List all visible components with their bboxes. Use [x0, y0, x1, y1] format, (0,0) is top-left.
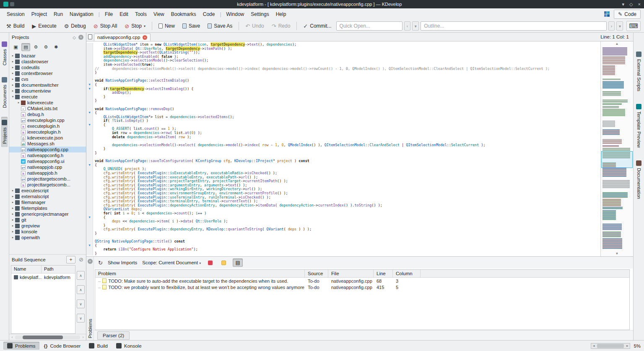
statusbar-problems-button[interactable]: Problems	[3, 342, 39, 350]
expand-arrow[interactable]: ▸	[10, 205, 15, 211]
add-to-build-sequence-button[interactable]: +	[66, 256, 75, 263]
expand-arrow[interactable]: ▸	[10, 229, 15, 235]
move-bottom-button[interactable]: ∨	[77, 314, 85, 323]
menu-navigation[interactable]: Navigation	[66, 10, 97, 19]
fold-marker-icon[interactable]: ▼	[86, 83, 93, 87]
tree-item-nativeappconfig-ui[interactable]: uinativeappconfig.ui	[9, 158, 86, 164]
tab-template-preview[interactable]: Template Preview	[636, 101, 642, 151]
expand-arrow[interactable]: ▸	[10, 76, 15, 82]
minimap[interactable]	[601, 46, 633, 251]
scroll-up-icon[interactable]: ▲	[601, 41, 633, 46]
fold-marker-icon[interactable]: ▼	[86, 216, 93, 220]
new-button[interactable]: New	[156, 21, 178, 31]
menu-window[interactable]: Window	[223, 10, 248, 19]
move-up-button[interactable]: ∧	[77, 285, 85, 294]
gear-icon[interactable]: ⚙	[31, 43, 40, 51]
scrollbar-thumb[interactable]	[597, 344, 624, 348]
code-line[interactable]: }	[86, 99, 600, 103]
expand-arrow[interactable]: ▸	[10, 211, 15, 217]
tab-close-icon[interactable]: ×	[143, 35, 147, 40]
expand-arrow[interactable]: ▸	[10, 235, 15, 240]
expand-arrow[interactable]: ▸	[10, 65, 15, 70]
scrollbar-track[interactable]	[15, 336, 80, 339]
expand-arrow[interactable]: ▸	[10, 199, 15, 205]
tab-documentation[interactable]: Documentation	[636, 157, 642, 202]
close-button[interactable]: ×	[638, 2, 641, 7]
expand-arrow[interactable]: ▸	[10, 59, 15, 65]
code-line[interactable]: for( int i = 0; i < dependencies->count(…	[86, 212, 600, 216]
menu-file[interactable]: File	[101, 10, 116, 19]
expand-arrow[interactable]: ▾	[10, 94, 15, 100]
debug-button[interactable]: ⚙Debug	[61, 21, 89, 31]
tree-item-filetemplates[interactable]: ▸filetemplates	[9, 205, 86, 211]
expand-arrow[interactable]: ▸	[10, 70, 15, 76]
fold-marker-icon[interactable]: ▼	[86, 87, 93, 91]
tree-item-kdevexecute[interactable]: ▸kdevexecute	[9, 100, 86, 106]
code-line[interactable]: delete dependencies->takeItem( row );	[86, 135, 600, 139]
tree-item-kdevexecute-json[interactable]: {}kdevexecute.json	[9, 135, 86, 141]
tree-item-cmakelists-txt[interactable]: ≡CMakeLists.txt	[9, 106, 86, 111]
undo-button[interactable]: ↶Undo	[242, 21, 267, 31]
problem-row[interactable]: –TODO: Make sure to auto-add the executa…	[95, 278, 629, 284]
scope-selector[interactable]: Scope: Current Document▾	[142, 260, 201, 265]
menu-bookmarks[interactable]: Bookmarks	[168, 10, 200, 19]
tree-item-openwith[interactable]: ▸openwith	[9, 235, 86, 240]
tree-item-nativeappconfig-cpp[interactable]: c+nativeappconfig.cpp	[9, 147, 86, 152]
grouping-icon[interactable]: ▤	[233, 258, 243, 267]
tree-item-genericprojectmanager[interactable]: ▸genericprojectmanager	[9, 211, 86, 217]
stop-all-button[interactable]: ⊘Stop All	[91, 21, 120, 31]
tree-item-documentview[interactable]: ▸documentview	[9, 88, 86, 94]
tree-item-externalscript[interactable]: ▸externalscript	[9, 194, 86, 199]
fold-marker-icon[interactable]: ▼	[86, 123, 93, 127]
close-problems-icon[interactable]: ×	[88, 259, 93, 264]
menu-code[interactable]: Code	[200, 10, 218, 19]
code-line[interactable]: cfg.writeEntry( ExecutePlugin::dependenc…	[86, 204, 600, 208]
refresh-icon[interactable]: ↻	[98, 260, 103, 266]
code-line[interactable]: }	[86, 151, 600, 155]
code-line[interactable]: if( !list.isEmpty() )	[86, 119, 600, 123]
severity-filter-icon[interactable]	[206, 258, 214, 267]
hints-filter-icon[interactable]	[219, 258, 228, 267]
column-header-source[interactable]: Source	[305, 270, 328, 277]
menu-tools[interactable]: Tools	[132, 10, 150, 19]
tree-item-cvs[interactable]: ▸cvs	[9, 76, 86, 82]
tree-item-filemanager[interactable]: ▸filemanager	[9, 199, 86, 205]
menu-view[interactable]: View	[150, 10, 168, 19]
code-line[interactable]: deps << dependencies->item( i )->data( Q…	[86, 219, 600, 224]
quick-open-input[interactable]	[336, 21, 402, 31]
build-sequence-row[interactable]: kdevplatf... kdevplatform	[11, 274, 75, 281]
scroll-right-icon[interactable]: ›	[81, 335, 85, 339]
scrollbar-track[interactable]	[596, 343, 625, 348]
float-panel-icon[interactable]: ◇	[73, 35, 76, 40]
remove-from-build-sequence-icon[interactable]: ⊘	[79, 256, 83, 263]
tree-item-debug-h[interactable]: hdebug.h	[9, 111, 86, 117]
column-header-path[interactable]: Path	[42, 266, 75, 273]
scroll-left-icon[interactable]: ‹	[10, 335, 14, 339]
menu-run[interactable]: Run	[50, 10, 66, 19]
tree-item-nativeappjob-h[interactable]: hnativeappjob.h	[9, 170, 86, 176]
quick-open-dropdown-button[interactable]: ▾	[412, 21, 419, 31]
outline-input[interactable]	[421, 21, 606, 31]
code-line[interactable]: QList<QListWidgetItem*> list = dependenc…	[86, 115, 600, 119]
statusbar-code-browser-button[interactable]: {}Code Browser	[40, 342, 85, 350]
quick-open-prev-button[interactable]: ‹	[404, 21, 411, 31]
column-header-problem[interactable]: Problem	[95, 270, 305, 277]
menu-help[interactable]: Help	[273, 10, 290, 19]
code-line[interactable]: }	[86, 147, 600, 151]
code-line[interactable]: dependencies->selectionModel()->clearSel…	[86, 59, 600, 63]
document-view-icon[interactable]: ▤	[21, 43, 30, 51]
scroll-left-icon[interactable]: ◂	[591, 344, 596, 348]
code-area[interactable]: QListWidgetItem* item = new QListWidgetI…	[86, 41, 600, 256]
maximize-button[interactable]: ◇	[629, 2, 633, 7]
tree-item-git[interactable]: ▸git	[9, 217, 86, 223]
show-imports-button[interactable]: Show Imports	[108, 260, 137, 265]
scroll-down-icon[interactable]: ▼	[601, 251, 633, 256]
column-header-column[interactable]: Column	[393, 270, 421, 277]
tab-classes[interactable]: Classes	[1, 39, 8, 68]
code-line[interactable]: void NativeAppConfigPage::saveToConfigur…	[86, 159, 600, 163]
minimap-viewport[interactable]	[601, 151, 633, 168]
tree-item-messages-sh[interactable]: shMessages.sh	[9, 141, 86, 147]
menu-edit[interactable]: Edit	[116, 10, 132, 19]
expand-arrow[interactable]: ▸	[10, 53, 15, 59]
code-line[interactable]: addDep();	[86, 91, 600, 95]
